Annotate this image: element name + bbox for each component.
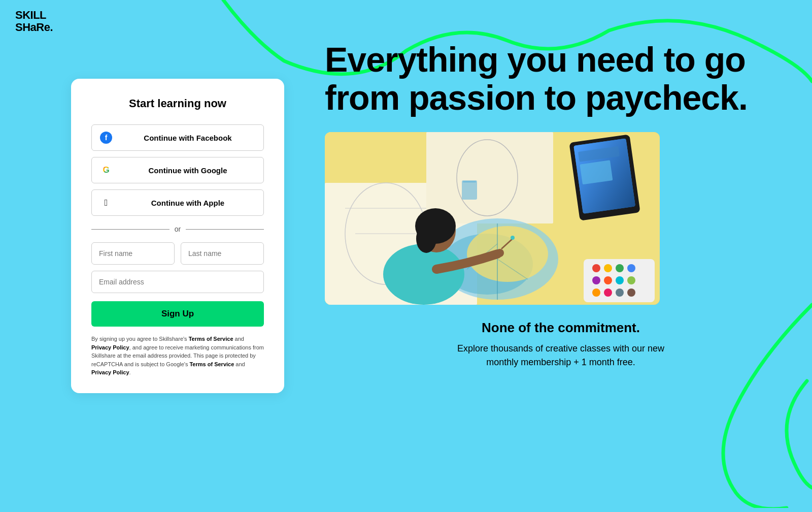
svg-point-32 — [592, 276, 600, 284]
form-title: Start learning now — [91, 97, 264, 110]
google-privacy-link[interactable]: Privacy Policy — [91, 369, 129, 375]
svg-point-9 — [467, 226, 548, 282]
right-content-area: Everything you need to go from passion t… — [325, 41, 797, 369]
google-button[interactable]: G Continue with Google — [91, 157, 264, 183]
bottom-text: None of the commitment. Explore thousand… — [325, 320, 797, 369]
svg-point-29 — [604, 264, 612, 272]
or-line-left — [91, 229, 170, 230]
or-line-right — [186, 229, 264, 230]
google-button-label: Continue with Google — [120, 166, 255, 175]
privacy-policy-link[interactable]: Privacy Policy — [91, 344, 129, 350]
commitment-description: Explore thousands of creative classes wi… — [325, 342, 797, 369]
svg-point-37 — [604, 289, 612, 297]
name-row — [91, 242, 264, 265]
svg-point-34 — [616, 276, 624, 284]
apple-button-label: Continue with Apple — [120, 199, 255, 207]
svg-rect-25 — [580, 160, 613, 184]
headline: Everything you need to go from passion t… — [325, 41, 797, 117]
or-text: or — [175, 225, 181, 233]
svg-point-39 — [627, 289, 635, 297]
terms-of-service-link[interactable]: Terms of Service — [189, 336, 233, 342]
apple-icon:  — [100, 197, 112, 209]
first-name-input[interactable] — [91, 242, 175, 265]
facebook-button[interactable]: f Continue with Facebook — [91, 124, 264, 151]
svg-point-28 — [592, 264, 600, 272]
email-input[interactable] — [91, 271, 264, 293]
svg-rect-20 — [462, 180, 477, 200]
svg-rect-21 — [463, 181, 476, 182]
google-terms-link[interactable]: Terms of Service — [189, 361, 234, 367]
svg-point-19 — [511, 236, 515, 240]
legal-text: By signing up you agree to Skillshare's … — [91, 335, 264, 377]
svg-point-30 — [616, 264, 624, 272]
svg-point-35 — [627, 276, 635, 284]
svg-point-17 — [496, 249, 504, 257]
facebook-button-label: Continue with Facebook — [120, 134, 255, 142]
svg-rect-5 — [426, 132, 553, 223]
email-row — [91, 271, 264, 293]
svg-point-16 — [416, 225, 436, 253]
svg-point-38 — [616, 289, 624, 297]
svg-point-36 — [592, 289, 600, 297]
paint-scene — [325, 132, 660, 305]
google-icon: G — [100, 164, 112, 176]
signup-button[interactable]: Sign Up — [91, 301, 264, 327]
svg-point-31 — [627, 264, 635, 272]
background-papers — [325, 132, 660, 305]
artist-image — [325, 132, 660, 305]
or-divider: or — [91, 225, 264, 233]
svg-point-33 — [604, 276, 612, 284]
signup-form-card: Start learning now f Continue with Faceb… — [71, 79, 284, 393]
commitment-title: None of the commitment. — [325, 320, 797, 336]
last-name-input[interactable] — [181, 242, 264, 265]
skillshare-logo: SKILL SHaRe. — [15, 9, 53, 34]
svg-point-13 — [383, 244, 464, 305]
apple-button[interactable]:  Continue with Apple — [91, 189, 264, 216]
facebook-icon: f — [100, 132, 112, 144]
